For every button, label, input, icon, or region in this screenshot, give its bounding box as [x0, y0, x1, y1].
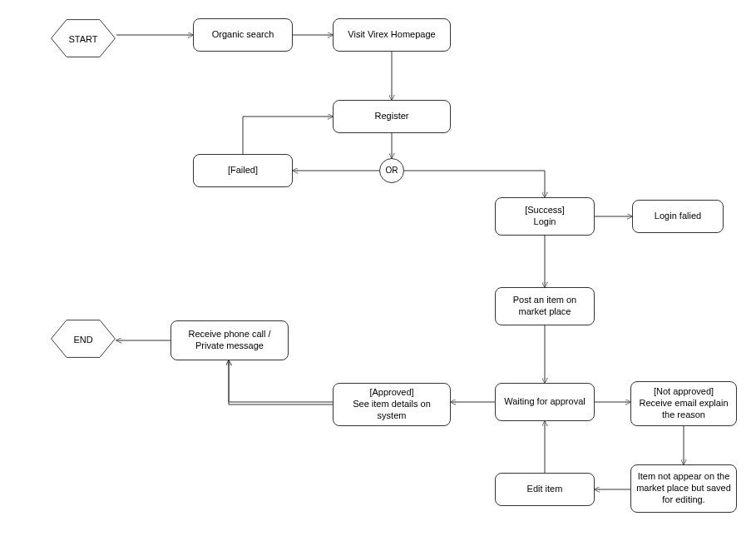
or-gate-label: OR: [386, 166, 398, 176]
edge-approved-receive: [229, 360, 333, 405]
start-label: START: [68, 34, 97, 46]
end-label: END: [73, 335, 92, 346]
item-saved-label: Item not appear on the market place but …: [636, 471, 731, 505]
failed-label: [Failed]: [228, 165, 258, 176]
login-failed-node: Login falied: [632, 200, 724, 233]
failed-node: [Failed]: [193, 154, 293, 187]
register-label: Register: [375, 111, 409, 122]
register-node: Register: [333, 100, 451, 133]
not-approved-label: [Not approved] Receive email explain the…: [636, 386, 731, 420]
start-node: START: [50, 18, 116, 62]
visit-homepage-node: Visit Virex Homepage: [333, 18, 451, 52]
approved-label: [Approved] See item details on system: [338, 387, 445, 421]
or-gate-node: OR: [379, 158, 404, 183]
edge-failed-register: [243, 117, 333, 154]
receive-call-label: Receive phone call / Private message: [176, 329, 283, 352]
edge-or-success: [404, 171, 545, 197]
waiting-node: Waiting for approval: [495, 383, 595, 421]
organic-search-label: Organic search: [212, 29, 274, 41]
approved-node: [Approved] See item details on system: [333, 383, 451, 426]
visit-homepage-label: Visit Virex Homepage: [348, 29, 435, 41]
edge-approved-receive-h: [229, 383, 333, 402]
edit-item-node: Edit item: [495, 473, 595, 506]
item-saved-node: Item not appear on the market place but …: [630, 464, 737, 513]
receive-call-node: Receive phone call / Private message: [170, 320, 289, 360]
edit-item-label: Edit item: [527, 484, 563, 495]
login-failed-label: Login falied: [655, 211, 701, 222]
post-item-label: Post an item on market place: [501, 295, 589, 318]
success-login-node: [Success] Login: [495, 197, 595, 236]
waiting-label: Waiting for approval: [504, 396, 585, 408]
post-item-node: Post an item on market place: [495, 287, 595, 325]
organic-search-node: Organic search: [193, 18, 293, 52]
end-node: END: [50, 319, 116, 362]
not-approved-node: [Not approved] Receive email explain the…: [630, 381, 737, 426]
success-login-label: [Success] Login: [525, 205, 565, 228]
